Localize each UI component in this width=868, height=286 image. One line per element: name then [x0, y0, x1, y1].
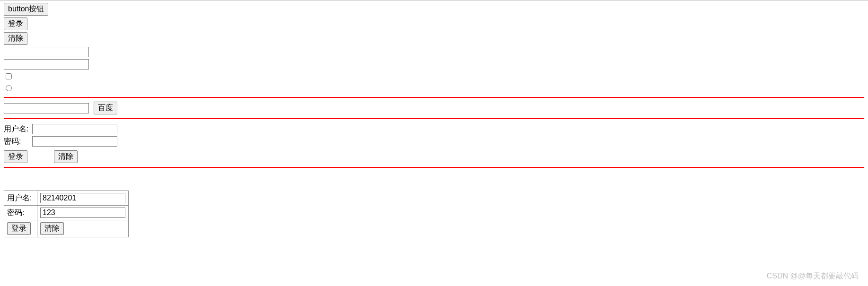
button-element[interactable]: button按钮: [4, 3, 48, 16]
password-label-1: 密码:: [4, 135, 32, 147]
spacer: [4, 172, 864, 191]
password-label-2: 密码:: [4, 206, 37, 220]
baidu-button[interactable]: 百度: [94, 102, 117, 114]
text-input-2[interactable]: [4, 59, 89, 69]
login-form-2: 用户名: 密码: 登录 清除: [4, 191, 129, 237]
login-form-1: 用户名: 密码:: [4, 123, 119, 147]
divider-3: [4, 167, 864, 168]
password-input-2[interactable]: [40, 208, 125, 218]
clear-button-form2[interactable]: 清除: [40, 222, 64, 235]
username-label-2: 用户名:: [4, 191, 37, 206]
username-input-2[interactable]: [40, 193, 125, 203]
login-button-form1[interactable]: 登录: [4, 150, 27, 163]
top-border: [0, 0, 868, 1]
clear-button-1[interactable]: 清除: [4, 32, 27, 45]
divider-1: [4, 97, 864, 98]
divider-2: [4, 118, 864, 119]
radio-1[interactable]: [6, 85, 12, 91]
checkbox-1[interactable]: [6, 73, 12, 79]
clear-button-form1[interactable]: 清除: [54, 150, 78, 163]
username-label-1: 用户名:: [4, 123, 32, 135]
login-button-1[interactable]: 登录: [4, 17, 27, 30]
baidu-search-input[interactable]: [4, 103, 89, 113]
username-input-1[interactable]: [32, 124, 117, 134]
password-input-1[interactable]: [32, 136, 117, 147]
watermark: CSDN @@每天都要敲代码: [767, 271, 859, 281]
login-button-form2[interactable]: 登录: [7, 222, 31, 235]
text-input-1[interactable]: [4, 47, 89, 57]
